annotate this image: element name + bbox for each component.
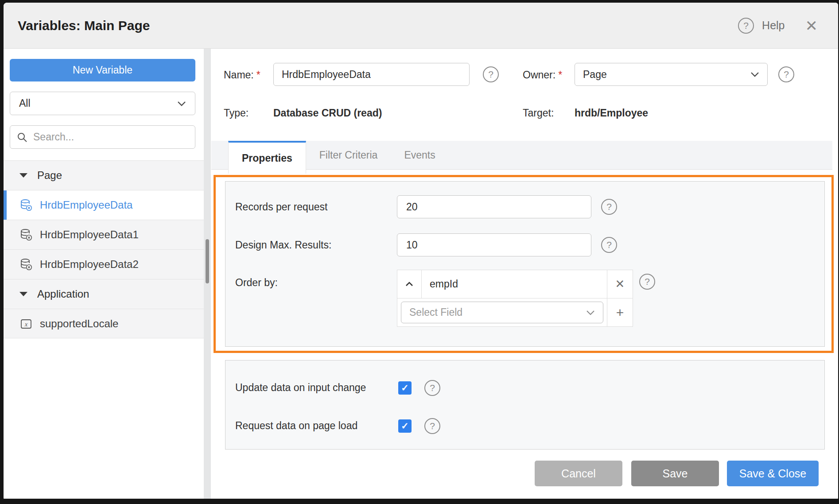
tree-item-hrdbemployeedata1[interactable]: HrdbEmployeeData1: [4, 220, 204, 249]
request-help-icon[interactable]: ?: [424, 418, 440, 434]
data-options-panel: Update data on input change ✓ ? Request …: [225, 360, 825, 450]
tab-events[interactable]: Events: [391, 141, 448, 169]
text-variable-icon: x: [19, 317, 33, 330]
order-by-help-icon[interactable]: ?: [639, 274, 655, 290]
tree-group-page[interactable]: Page: [4, 160, 204, 190]
chevron-down-icon: [750, 72, 759, 77]
variable-detail-pane: Name:* ? Owner:* Page ? Type: Database C…: [211, 49, 838, 499]
tree-group-application[interactable]: Application: [4, 279, 204, 309]
chevron-up-icon: [405, 282, 413, 287]
database-variable-icon: [19, 198, 33, 212]
detail-tabs: Properties Filter Criteria Events: [211, 141, 832, 170]
plus-icon: +: [616, 305, 624, 320]
name-help-icon[interactable]: ?: [483, 66, 499, 82]
variable-filter-select[interactable]: All: [10, 92, 195, 115]
variables-tree: Page HrdbEmployeeData HrdbEmployeeData1: [4, 160, 204, 338]
new-variable-button[interactable]: New Variable: [10, 59, 195, 81]
required-asterisk: *: [256, 69, 260, 81]
check-icon: ✓: [401, 383, 409, 393]
owner-label: Owner:*: [523, 69, 562, 81]
tree-item-supportedlocale[interactable]: x supportedLocale: [4, 309, 204, 338]
records-per-request-input[interactable]: [397, 195, 591, 218]
search-input[interactable]: [33, 131, 189, 143]
chevron-down-icon: [177, 101, 186, 106]
add-order-field-button[interactable]: +: [607, 299, 633, 326]
design-max-help-icon[interactable]: ?: [601, 237, 617, 253]
records-help-icon[interactable]: ?: [601, 199, 617, 215]
request-properties-panel: Records per request ? Design Max. Result…: [225, 181, 825, 347]
help-icon[interactable]: ?: [738, 18, 754, 34]
records-per-request-label: Records per request: [235, 201, 327, 213]
vertical-scrollbar[interactable]: [204, 49, 211, 499]
owner-help-icon[interactable]: ?: [778, 66, 794, 82]
help-link[interactable]: Help: [762, 19, 785, 32]
update-help-icon[interactable]: ?: [424, 380, 440, 396]
order-by-label: Order by:: [235, 277, 278, 289]
check-icon: ✓: [401, 421, 409, 431]
order-by-widget: empId ✕ Select Field +: [397, 270, 633, 327]
tab-properties[interactable]: Properties: [228, 141, 306, 174]
svg-text:x: x: [24, 321, 28, 328]
dialog-title: Variables: Main Page: [18, 18, 150, 33]
type-label: Type:: [224, 107, 249, 119]
tree-item-hrdbemployeedata[interactable]: HrdbEmployeeData: [4, 190, 204, 220]
name-input[interactable]: [273, 63, 470, 86]
scrollbar-thumb[interactable]: [206, 239, 209, 283]
close-icon[interactable]: ✕: [805, 18, 818, 33]
remove-order-field-button[interactable]: ✕: [607, 270, 633, 298]
target-label: Target:: [523, 107, 554, 119]
update-on-input-change-checkbox[interactable]: ✓: [398, 381, 412, 395]
tab-filter-criteria[interactable]: Filter Criteria: [306, 141, 391, 169]
variables-dialog: Variables: Main Page ? Help ✕ New Variab…: [4, 3, 838, 499]
request-on-page-load-label: Request data on page load: [235, 420, 357, 432]
cancel-button[interactable]: Cancel: [535, 461, 622, 486]
owner-select[interactable]: Page: [575, 63, 768, 86]
design-max-results-label: Design Max. Results:: [235, 239, 331, 251]
caret-down-icon: [19, 173, 27, 178]
update-on-input-change-label: Update data on input change: [235, 382, 366, 394]
sort-ascending-button[interactable]: [397, 270, 422, 298]
database-variable-icon: [19, 228, 33, 241]
caret-down-icon: [19, 292, 27, 297]
chevron-down-icon: [586, 310, 595, 315]
filter-value: All: [19, 97, 31, 109]
type-value: Database CRUD (read): [273, 107, 382, 119]
database-variable-icon: [19, 258, 33, 271]
tree-item-hrdbemployeedata2[interactable]: HrdbEmployeeData2: [4, 249, 204, 279]
required-asterisk: *: [558, 69, 562, 81]
save-button[interactable]: Save: [631, 461, 719, 486]
design-max-results-input[interactable]: [397, 233, 591, 256]
order-by-field-value[interactable]: empId: [422, 270, 607, 298]
search-icon: [16, 132, 28, 143]
save-and-close-button[interactable]: Save & Close: [727, 461, 819, 486]
dialog-header: Variables: Main Page ? Help ✕: [4, 3, 838, 49]
variable-search[interactable]: [10, 125, 195, 149]
remove-icon: ✕: [615, 277, 625, 291]
variables-sidebar: New Variable All Page: [4, 49, 204, 499]
target-value: hrdb/Employee: [575, 107, 648, 119]
order-by-field-select[interactable]: Select Field: [401, 302, 603, 323]
request-on-page-load-checkbox[interactable]: ✓: [398, 419, 412, 433]
name-label: Name:*: [224, 69, 260, 81]
